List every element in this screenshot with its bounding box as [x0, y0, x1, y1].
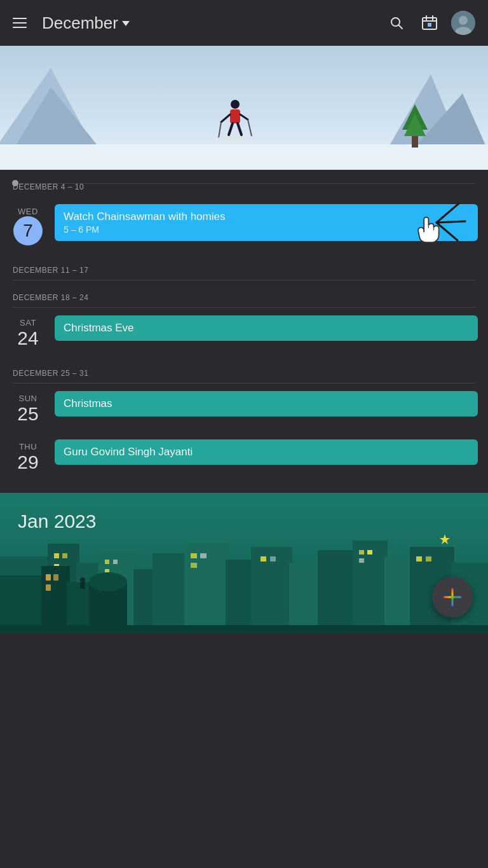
svg-rect-48 [113, 560, 118, 564]
day-number-wed7: 7 [13, 216, 43, 245]
week-section-dec25: DECEMBER 25 – 31 SUN 25 Christmas THU 29 [0, 356, 488, 480]
day-number-sun25: 25 [17, 403, 38, 424]
svg-rect-6 [428, 23, 431, 27]
svg-rect-51 [200, 553, 207, 558]
menu-button[interactable] [13, 11, 36, 34]
svg-line-13 [240, 114, 248, 120]
svg-rect-45 [62, 553, 67, 558]
svg-point-64 [89, 572, 127, 591]
svg-rect-44 [54, 553, 59, 558]
calendar-content: DECEMBER 4 – 10 WED 7 Watch Chainsawman … [0, 170, 488, 480]
day-name-wed7: WED [18, 207, 38, 216]
svg-line-1 [399, 25, 403, 29]
svg-rect-67 [46, 584, 51, 591]
svg-rect-22 [412, 136, 418, 148]
week-section-dec18: DECEMBER 18 – 24 SAT 24 Christmas Eve [0, 280, 488, 356]
day-number-sat24: 24 [17, 327, 38, 348]
day-events-thu29: Guru Govind Singh Jayanti [55, 439, 478, 465]
event-christmas-eve[interactable]: Christmas Eve [55, 315, 478, 341]
svg-rect-36 [226, 560, 254, 633]
hero-banner [0, 46, 488, 170]
event-guru-govind[interactable]: Guru Govind Singh Jayanti [55, 439, 478, 465]
svg-rect-33 [133, 569, 156, 633]
app-header: December [0, 0, 488, 46]
svg-rect-57 [359, 558, 364, 563]
event-title-guru-govind: Guru Govind Singh Jayanti [64, 446, 469, 458]
week-header-dec18: DECEMBER 18 – 24 [0, 280, 488, 308]
svg-point-10 [231, 100, 240, 109]
day-number-thu29: 29 [17, 451, 38, 472]
svg-rect-59 [426, 556, 431, 561]
svg-rect-11 [230, 109, 240, 123]
svg-rect-52 [191, 563, 197, 568]
svg-rect-47 [105, 560, 109, 564]
city-illustration [0, 518, 488, 633]
event-time-chainsawman: 5 – 6 PM [64, 224, 469, 235]
svg-line-14 [219, 122, 221, 138]
day-info-sat24: SAT 24 [10, 315, 46, 348]
svg-rect-39 [318, 550, 356, 633]
svg-rect-50 [191, 553, 197, 558]
week-label-dec25: DECEMBER 25 – 31 [0, 356, 488, 383]
svg-rect-58 [416, 556, 422, 561]
week-section-dec11: DECEMBER 11 – 17 [0, 253, 488, 280]
svg-line-16 [229, 123, 233, 135]
day-name-thu29: THU [19, 442, 37, 451]
day-events-sun25: Christmas [55, 391, 478, 417]
week-header-dec25: DECEMBER 25 – 31 [0, 356, 488, 383]
svg-rect-54 [270, 556, 276, 561]
day-events-wed7: Watch Chainsawman with homies 5 – 6 PM [55, 204, 478, 241]
day-row-sun25: SUN 25 Christmas [0, 383, 488, 432]
svg-rect-41 [384, 556, 413, 633]
svg-rect-71 [0, 625, 488, 633]
month-title[interactable]: December [42, 13, 385, 33]
svg-rect-69 [80, 582, 85, 589]
footer-banner: Jan 2023 [0, 493, 488, 633]
svg-rect-34 [152, 553, 187, 633]
svg-marker-70 [440, 534, 450, 544]
event-title-christmas: Christmas [64, 397, 469, 410]
event-title-christmas-eve: Christmas Eve [64, 322, 469, 334]
day-name-sat24: SAT [20, 318, 36, 327]
skier-illustration [216, 97, 254, 148]
svg-rect-60 [0, 575, 44, 633]
day-info-sun25: SUN 25 [10, 391, 46, 424]
day-name-sun25: SUN [19, 394, 37, 403]
svg-line-12 [221, 114, 230, 122]
chevron-down-icon [122, 21, 130, 26]
event-title-chainsawman: Watch Chainsawman with homies [64, 210, 469, 223]
plus-icon [444, 588, 461, 606]
week-section-dec4: DECEMBER 4 – 10 WED 7 Watch Chainsawman … [0, 170, 488, 253]
event-watch-chainsawman[interactable]: Watch Chainsawman with homies 5 – 6 PM [55, 204, 478, 241]
svg-rect-66 [53, 574, 58, 581]
svg-rect-65 [46, 574, 51, 581]
svg-line-17 [238, 123, 241, 135]
event-christmas[interactable]: Christmas [55, 391, 478, 417]
day-events-sat24: Christmas Eve [55, 315, 478, 341]
today-button[interactable] [418, 11, 441, 34]
week-header-dec4: DECEMBER 4 – 10 [0, 170, 488, 196]
svg-point-68 [80, 577, 85, 582]
day-info-wed7: WED 7 [10, 204, 46, 245]
week-label-dec18: DECEMBER 18 – 24 [0, 280, 488, 307]
svg-rect-38 [289, 563, 321, 633]
day-row-wed7: WED 7 Watch Chainsawman with homies 5 – … [0, 196, 488, 253]
svg-rect-56 [367, 550, 372, 555]
svg-point-8 [459, 16, 468, 25]
day-row-sat24: SAT 24 Christmas Eve [0, 308, 488, 356]
day-info-thu29: THU 29 [10, 439, 46, 472]
header-actions [385, 11, 475, 35]
tree-illustration [399, 101, 431, 152]
svg-rect-53 [261, 556, 266, 561]
avatar[interactable] [451, 11, 475, 35]
week-header-dec11: DECEMBER 11 – 17 [0, 253, 488, 280]
add-event-fab[interactable] [432, 577, 473, 617]
day-row-thu29: THU 29 Guru Govind Singh Jayanti [0, 432, 488, 480]
svg-rect-55 [359, 550, 364, 555]
month-label: December [42, 13, 118, 33]
svg-line-15 [248, 120, 252, 136]
search-button[interactable] [385, 11, 408, 34]
week-label-dec11: DECEMBER 11 – 17 [0, 253, 488, 280]
